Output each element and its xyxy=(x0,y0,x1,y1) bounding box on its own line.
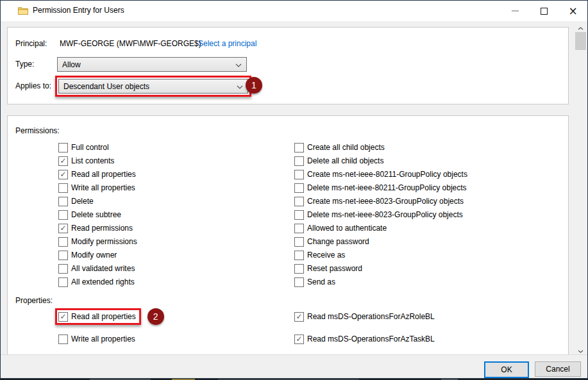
maximize-button[interactable] xyxy=(530,1,559,21)
window-title: Permission Entry for Users xyxy=(33,6,124,15)
unchecked-checkbox-icon xyxy=(294,224,304,233)
checkbox-label: Full control xyxy=(71,143,109,152)
unchecked-checkbox-icon xyxy=(294,143,304,153)
ok-button[interactable]: OK xyxy=(484,361,529,378)
unchecked-checkbox-icon xyxy=(58,183,68,193)
close-button[interactable]: × xyxy=(559,1,587,21)
checkbox-read-msds-operationsforaztaskbl[interactable]: ✓Read msDS-OperationsForAzTaskBL xyxy=(294,334,435,344)
screenshot-stage: Permission Entry for Users × Principal: … xyxy=(0,0,588,380)
checkbox-write-all-properties[interactable]: Write all properties xyxy=(58,183,137,193)
chevron-up-icon xyxy=(578,27,584,30)
title-bar: Permission Entry for Users × xyxy=(1,1,587,21)
applies-to-label: Applies to: xyxy=(15,81,51,90)
minimize-icon xyxy=(512,10,519,12)
checkbox-delete-ms-net-ieee-8023-grouppolicy-objects[interactable]: Delete ms-net-ieee-8023-GroupPolicy obje… xyxy=(294,210,467,220)
checkbox-read-all-properties[interactable]: ✓Read all properties xyxy=(58,311,136,322)
applies-to-dropdown-value: Descendant User objects xyxy=(63,82,149,91)
checked-checkbox-icon: ✓ xyxy=(58,224,68,233)
scrollbar-up-button[interactable] xyxy=(575,25,586,32)
unchecked-checkbox-icon xyxy=(294,264,304,274)
unchecked-checkbox-icon xyxy=(58,197,68,206)
checkbox-create-ms-net-ieee-80211-grouppolicy-objects[interactable]: Create ms-net-ieee-80211-GroupPolicy obj… xyxy=(294,169,467,179)
chevron-down-icon xyxy=(235,60,242,69)
checkbox-change-password[interactable]: Change password xyxy=(294,236,467,247)
checkbox-delete[interactable]: Delete xyxy=(58,196,137,206)
annotation-badge-2: 2 xyxy=(147,308,164,325)
maximize-icon xyxy=(541,8,548,15)
checkbox-list-contents[interactable]: ✓List contents xyxy=(58,156,137,166)
type-dropdown-value: Allow xyxy=(62,60,81,69)
checkbox-label: All validated writes xyxy=(71,264,135,273)
unchecked-checkbox-icon xyxy=(294,156,304,166)
unchecked-checkbox-icon xyxy=(294,277,304,287)
unchecked-checkbox-icon xyxy=(58,210,68,220)
checkbox-label: Delete ms-net-ieee-8023-GroupPolicy obje… xyxy=(307,210,463,219)
properties-label: Properties: xyxy=(15,296,53,305)
unchecked-checkbox-icon xyxy=(58,335,68,344)
checkbox-label: Read all properties xyxy=(71,312,136,321)
unchecked-checkbox-icon xyxy=(58,251,68,260)
select-principal-link[interactable]: Select a principal xyxy=(198,39,256,48)
checked-checkbox-icon: ✓ xyxy=(58,170,68,179)
unchecked-checkbox-icon xyxy=(58,264,68,274)
checkbox-label: Read all properties xyxy=(71,170,136,179)
checkbox-delete-ms-net-ieee-80211-grouppolicy-objects[interactable]: Delete ms-net-ieee-80211-GroupPolicy obj… xyxy=(294,183,467,193)
unchecked-checkbox-icon xyxy=(294,170,304,179)
chevron-down-icon xyxy=(578,350,584,353)
minimize-button[interactable] xyxy=(501,1,530,21)
checkbox-label: Write all properties xyxy=(71,183,135,192)
checkbox-label: Create all child objects xyxy=(307,143,385,152)
checkbox-label: Change password xyxy=(307,237,369,246)
permissions-left-column: Full control✓List contents✓Read all prop… xyxy=(58,142,137,290)
checkbox-create-ms-net-ieee-8023-grouppolicy-objects[interactable]: Create ms-net-ieee-8023-GroupPolicy obje… xyxy=(294,196,467,206)
checkbox-label: Modify permissions xyxy=(71,237,137,246)
cancel-button[interactable]: Cancel xyxy=(535,361,581,377)
scrollbar-thumb[interactable] xyxy=(575,32,586,50)
permission-entry-dialog: Permission Entry for Users × Principal: … xyxy=(0,0,588,379)
checkbox-allowed-to-authenticate[interactable]: Allowed to authenticate xyxy=(294,223,467,233)
unchecked-checkbox-icon xyxy=(294,197,304,206)
vertical-scrollbar[interactable] xyxy=(575,25,586,355)
checkbox-send-as[interactable]: Send as xyxy=(294,277,467,287)
checkbox-label: List contents xyxy=(71,156,114,165)
annotation-highlight-box-1: Descendant User objects xyxy=(55,76,251,97)
unchecked-checkbox-icon xyxy=(58,143,68,153)
checkbox-all-validated-writes[interactable]: All validated writes xyxy=(58,263,137,274)
unchecked-checkbox-icon xyxy=(294,183,304,193)
checkbox-read-all-properties[interactable]: ✓Read all properties xyxy=(58,169,137,179)
unchecked-checkbox-icon xyxy=(294,237,304,247)
close-icon: × xyxy=(568,6,577,17)
checkbox-full-control[interactable]: Full control xyxy=(58,142,137,153)
checkbox-receive-as[interactable]: Receive as xyxy=(294,250,467,260)
applies-to-dropdown[interactable]: Descendant User objects xyxy=(58,79,248,94)
checkbox-label: Read permissions xyxy=(71,224,133,233)
checkbox-label: All extended rights xyxy=(71,277,135,286)
checkbox-write-all-properties[interactable]: Write all properties xyxy=(58,334,141,344)
checkbox-all-extended-rights[interactable]: All extended rights xyxy=(58,277,137,287)
folder-icon xyxy=(18,6,28,18)
checkbox-label: Delete ms-net-ieee-80211-GroupPolicy obj… xyxy=(307,183,467,192)
unchecked-checkbox-icon xyxy=(294,210,304,220)
checkbox-label: Delete subtree xyxy=(71,210,121,219)
checkbox-reset-password[interactable]: Reset password xyxy=(294,263,467,274)
checkbox-label: Read msDS-OperationsForAzRoleBL xyxy=(307,312,435,321)
checkbox-delete-subtree[interactable]: Delete subtree xyxy=(58,210,137,220)
chevron-down-icon xyxy=(237,82,243,91)
checkbox-create-all-child-objects[interactable]: Create all child objects xyxy=(294,142,467,153)
checked-checkbox-icon: ✓ xyxy=(58,156,68,166)
checkbox-modify-permissions[interactable]: Modify permissions xyxy=(58,236,137,247)
checkbox-modify-owner[interactable]: Modify owner xyxy=(58,250,137,260)
checkbox-read-msds-operationsforazrolebl[interactable]: ✓Read msDS-OperationsForAzRoleBL xyxy=(294,311,435,322)
annotation-highlight-box-2: ✓Read all properties2 xyxy=(55,308,141,325)
checked-checkbox-icon: ✓ xyxy=(294,335,304,344)
permissions-label: Permissions: xyxy=(15,126,60,135)
principal-label: Principal: xyxy=(15,39,47,48)
checkbox-read-permissions[interactable]: ✓Read permissions xyxy=(58,223,137,233)
checked-checkbox-icon: ✓ xyxy=(58,312,68,322)
window-controls: × xyxy=(501,1,587,21)
checkbox-delete-all-child-objects[interactable]: Delete all child objects xyxy=(294,156,467,166)
checked-checkbox-icon: ✓ xyxy=(294,312,304,322)
type-dropdown[interactable]: Allow xyxy=(57,57,247,72)
checkbox-label: Receive as xyxy=(307,251,345,260)
checkbox-label: Create ms-net-ieee-8023-GroupPolicy obje… xyxy=(307,197,464,206)
